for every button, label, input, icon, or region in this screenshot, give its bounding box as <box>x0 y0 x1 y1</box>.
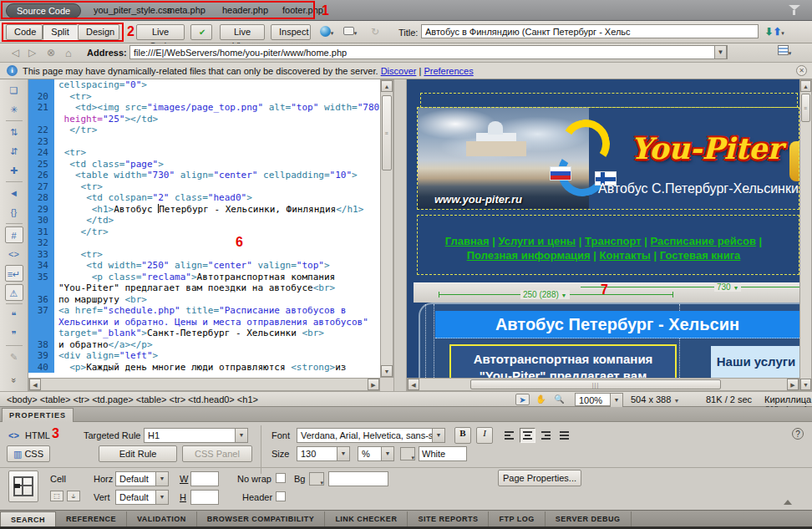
file-get-put-icons[interactable]: ⬇⬆▾ <box>762 25 787 39</box>
merge-cells-icon[interactable]: ⬚ <box>50 491 63 501</box>
live-code-button[interactable]: Live Code <box>136 24 185 40</box>
css-mode-button[interactable]: ▥ CSS <box>7 445 50 462</box>
vert-select[interactable]: Default▼ <box>115 490 169 505</box>
design-nav-link[interactable]: Полезная информация <box>467 249 591 262</box>
scroll-right-icon[interactable]: ▶ <box>368 379 379 390</box>
select-tool-icon[interactable]: ➤ <box>515 394 530 405</box>
scroll-up-icon[interactable]: ▲ <box>800 80 811 92</box>
align-left-icon[interactable] <box>501 428 517 443</box>
preview-browser-globe-icon[interactable]: ▾ <box>317 25 336 39</box>
related-file-tab[interactable]: you_piter_style.css <box>94 5 172 15</box>
help-icon[interactable]: ? <box>792 428 804 440</box>
table-width-menu-right[interactable]: 730 ▼ <box>714 282 741 292</box>
live-view-options-icon[interactable]: ✔ <box>190 24 212 40</box>
design-nav-link[interactable]: Транспорт <box>585 235 642 247</box>
word-wrap-icon[interactable]: ≡↵ <box>5 265 23 282</box>
hand-tool-icon[interactable]: ✋ <box>534 394 548 405</box>
design-nav-menu[interactable]: Главная | Услуги и цены | Транспорт | Ра… <box>417 234 790 262</box>
related-file-tab[interactable]: footer.php <box>282 5 323 15</box>
bg-color-swatch[interactable] <box>309 472 324 486</box>
design-nav-link[interactable]: Расписание рейсов <box>651 235 756 247</box>
results-tab-server-debug[interactable]: SERVER DEBUG <box>546 511 632 527</box>
code-view[interactable]: cellspacing="0">20 <tr>21 <td><img src="… <box>28 79 380 378</box>
w-input[interactable] <box>190 471 219 486</box>
design-h1-heading[interactable]: Автобус Петербург - Хельсин <box>435 311 799 338</box>
bg-color-input[interactable] <box>328 471 388 486</box>
file-management-icon[interactable]: ▾ <box>775 45 794 59</box>
more-icon[interactable]: » <box>6 371 23 389</box>
home-icon[interactable]: ⌂ <box>65 47 72 59</box>
size-unit-select[interactable]: %▼ <box>358 446 394 461</box>
related-file-tab[interactable]: header.php <box>222 5 268 15</box>
header-checkbox[interactable] <box>276 491 286 501</box>
design-nav-link[interactable]: Гостевая книга <box>660 249 741 262</box>
scroll-down-icon[interactable]: ▼ <box>800 379 811 390</box>
syntax-error-alerts-icon[interactable]: ⚠ <box>5 284 23 301</box>
source-code-tab[interactable]: Source Code <box>6 3 81 18</box>
design-nav-link[interactable]: Контакты <box>600 249 651 262</box>
design-horizontal-scrollbar[interactable]: ◀ ||| ▶ <box>407 378 799 391</box>
align-justify-icon[interactable] <box>556 428 572 443</box>
code-view-button[interactable]: Code <box>6 24 43 40</box>
code-horizontal-scrollbar[interactable]: ◀ ▶ <box>28 378 380 391</box>
magnification-select[interactable]: 100%▼ <box>575 393 623 406</box>
collapse-full-tag-icon[interactable]: ⇅ <box>5 124 23 140</box>
text-color-input[interactable] <box>419 446 467 461</box>
results-tab-reference[interactable]: REFERENCE <box>56 511 127 527</box>
properties-tab[interactable]: PROPERTIES <box>2 408 74 422</box>
design-nav-link[interactable]: Услуги и цены <box>499 235 576 247</box>
tag-selector-path[interactable]: <body> <table> <tr> <td.page> <table> <t… <box>7 394 258 404</box>
page-properties-button[interactable]: Page Properties... <box>498 470 581 486</box>
split-cell-icon[interactable]: ⫝ <box>67 491 80 501</box>
scroll-right-icon[interactable]: ▶ <box>787 379 799 390</box>
check-browser-compat-icon[interactable]: ▾ <box>341 25 359 39</box>
italic-button[interactable]: I <box>476 427 493 444</box>
text-color-swatch[interactable] <box>400 447 415 460</box>
preferences-link[interactable]: Preferences <box>424 66 473 76</box>
close-info-bar-icon[interactable]: ✕ <box>796 65 807 76</box>
bold-button[interactable]: B <box>454 427 471 444</box>
results-tab-browser-compatibility[interactable]: BROWSER COMPATIBILITY <box>197 511 326 527</box>
forward-icon[interactable]: ▷ <box>28 47 36 58</box>
promo-text-box[interactable]: Автотранспортная компания "You-Piter" пр… <box>449 344 677 378</box>
code-vertical-scrollbar[interactable]: ▲ ≡ ▼ <box>380 79 393 378</box>
horz-select[interactable]: Default▼ <box>115 471 169 486</box>
inspect-button[interactable]: Inspect <box>271 24 311 40</box>
balance-braces-icon[interactable]: {} <box>5 204 23 221</box>
align-center-icon[interactable] <box>520 428 535 443</box>
services-box[interactable]: Наши услуги <box>711 346 799 378</box>
design-view[interactable]: You-Piter Автобус С.Петербург-Хельсинки … <box>407 79 799 378</box>
targeted-rule-select[interactable]: H1▼ <box>144 428 248 443</box>
highlight-invalid-code-icon[interactable]: <> <box>5 246 23 262</box>
html-mode-button[interactable]: HTML <box>25 430 50 440</box>
table-width-menu-left[interactable]: 250 (288) ▼ <box>520 290 570 299</box>
back-icon[interactable]: ◁ <box>12 47 19 58</box>
code-navigator-icon[interactable]: ✳ <box>5 101 23 118</box>
design-page-area[interactable]: Автобус Петербург - Хельсин Автотранспор… <box>419 303 799 378</box>
window-size-select[interactable]: 504 x 388 ▼ <box>631 394 679 404</box>
results-tab-search[interactable]: SEARCH <box>0 511 56 527</box>
collapse-selection-icon[interactable]: ⇵ <box>5 143 23 160</box>
no-wrap-checkbox[interactable] <box>276 473 286 483</box>
apply-comment-icon[interactable]: ❝ <box>5 307 23 323</box>
split-view-button[interactable]: Split <box>43 24 78 40</box>
design-view-button[interactable]: Design <box>78 24 119 40</box>
address-input[interactable] <box>129 45 728 59</box>
scroll-left-icon[interactable]: ◀ <box>29 379 41 390</box>
results-tab-validation[interactable]: VALIDATION <box>127 511 197 527</box>
zoom-tool-icon[interactable]: 🔍 <box>552 394 566 405</box>
pane-splitter[interactable] <box>393 79 407 393</box>
scroll-up-icon[interactable]: ▲ <box>381 80 393 92</box>
h-input[interactable] <box>190 490 219 505</box>
stop-icon[interactable]: ⊗ <box>47 47 55 58</box>
edit-rule-button[interactable]: Edit Rule <box>99 445 177 462</box>
font-select[interactable]: Verdana, Arial, Helvetica, sans-serif▼ <box>297 428 445 443</box>
remove-comment-icon[interactable]: ❞ <box>5 326 23 343</box>
discover-link[interactable]: Discover <box>381 66 417 76</box>
open-documents-icon[interactable]: ❏ <box>5 82 23 99</box>
results-tab-link-checker[interactable]: LINK CHECKER <box>325 511 408 527</box>
live-view-button[interactable]: Live View <box>220 24 265 40</box>
align-right-icon[interactable] <box>538 428 554 443</box>
design-vertical-scrollbar[interactable]: ▲ ≡ ▼ <box>799 79 812 391</box>
select-parent-tag-icon[interactable]: ◄ <box>5 185 23 201</box>
